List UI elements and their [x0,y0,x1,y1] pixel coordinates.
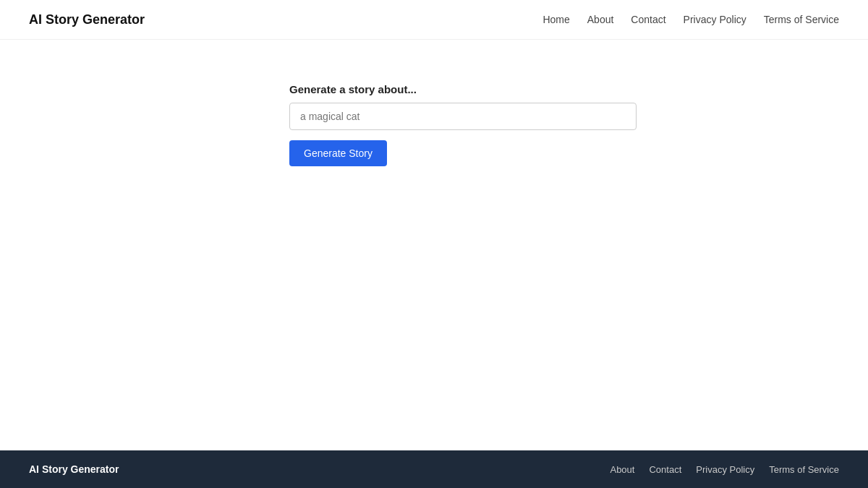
nav-privacy-policy[interactable]: Privacy Policy [684,14,746,25]
nav-contact[interactable]: Contact [631,14,665,25]
nav-about[interactable]: About [587,14,614,25]
footer-nav-contact[interactable]: Contact [649,464,681,475]
main-nav: Home About Contact Privacy Policy Terms … [542,14,839,25]
footer-nav-about[interactable]: About [610,464,634,475]
site-footer: AI Story Generator About Contact Privacy… [0,450,868,488]
story-form-label: Generate a story about... [289,83,637,95]
footer-nav-privacy-policy[interactable]: Privacy Policy [696,464,754,475]
main-content: Generate a story about... Generate Story [0,40,868,450]
footer-nav: About Contact Privacy Policy Terms of Se… [610,464,839,475]
footer-site-title: AI Story Generator [29,463,119,475]
nav-terms-of-service[interactable]: Terms of Service [764,14,839,25]
site-logo-title: AI Story Generator [29,12,145,27]
site-header: AI Story Generator Home About Contact Pr… [0,0,868,40]
story-input[interactable] [289,103,637,130]
nav-home[interactable]: Home [542,14,569,25]
story-form-container: Generate a story about... Generate Story [289,83,637,166]
generate-story-button[interactable]: Generate Story [289,140,387,166]
footer-nav-terms-of-service[interactable]: Terms of Service [769,464,839,475]
